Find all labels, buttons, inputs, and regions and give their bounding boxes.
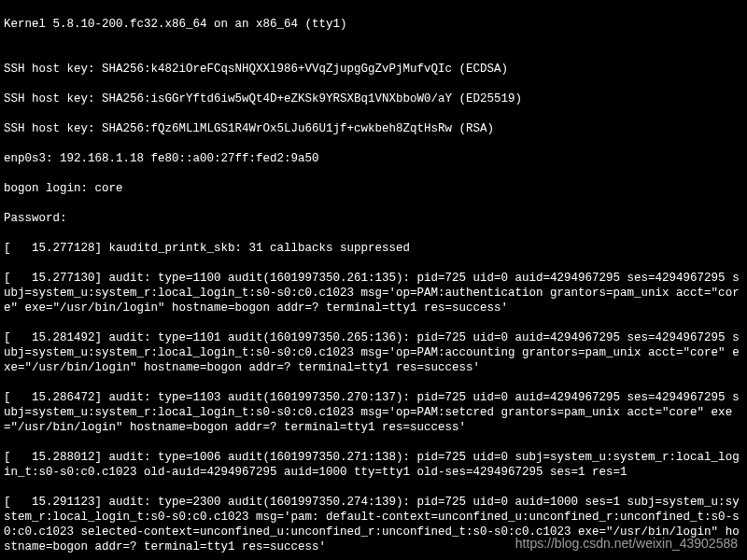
audit-line: [ 15.277128] kauditd_printk_skb: 31 call… [4, 241, 743, 256]
terminal-screen[interactable]: Kernel 5.8.10-200.fc32.x86_64 on an x86_… [0, 0, 747, 560]
watermark: https://blog.csdn.net/weixin_43902588 [515, 536, 738, 551]
audit-line: [ 15.277130] audit: type=1100 audit(1601… [4, 271, 743, 315]
kernel-version: Kernel 5.8.10-200.fc32.x86_64 on an x86_… [4, 17, 743, 32]
ssh-host-key: SSH host key: SHA256:isGGrYftd6iw5wQt4D+… [4, 91, 743, 106]
ssh-host-key: SSH host key: SHA256:k482iOreFCqsNHQXXl9… [4, 62, 743, 77]
audit-line: [ 15.281492] audit: type=1101 audit(1601… [4, 330, 743, 375]
password-prompt: Password: [4, 211, 743, 226]
login-prompt: bogon login: core [4, 181, 743, 196]
ssh-host-key: SSH host key: SHA256:fQz6MLlMLGS1R4WrOx5… [4, 121, 743, 136]
audit-line: [ 15.288012] audit: type=1006 audit(1601… [4, 450, 743, 480]
network-interface: enp0s3: 192.168.1.18 fe80::a00:27ff:fed2… [4, 151, 743, 166]
audit-line: [ 15.286472] audit: type=1103 audit(1601… [4, 390, 743, 435]
